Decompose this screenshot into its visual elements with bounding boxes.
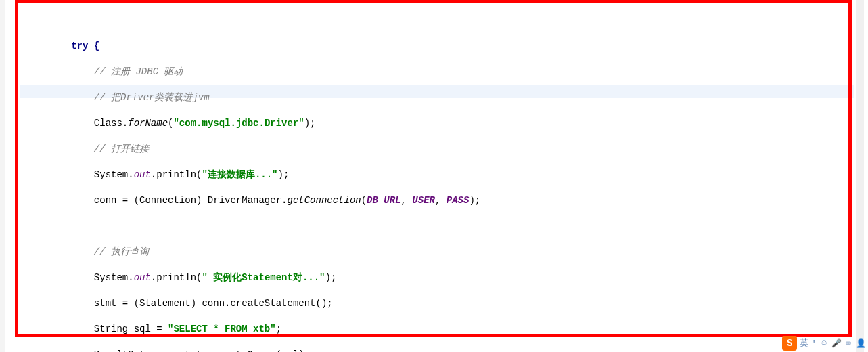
const: PASS	[447, 195, 470, 206]
sogou-logo-icon[interactable]: S	[782, 336, 797, 351]
code-text: String sql =	[94, 324, 168, 334]
code-text: ,	[401, 195, 413, 206]
code-text: );	[325, 272, 337, 283]
keyword-try: try {	[71, 41, 99, 51]
field-out: out	[134, 272, 151, 283]
comment: // 把Driver类装载进jvm	[94, 92, 210, 103]
code-text: );	[304, 118, 316, 129]
code-area[interactable]: try { // 注册 JDBC 驱动 // 把Driver类装载进jvm Cl…	[0, 0, 868, 352]
code-text: .println(	[151, 169, 202, 180]
field-out: out	[134, 169, 151, 180]
comment: // 注册 JDBC 驱动	[94, 66, 183, 77]
code-text: System.	[94, 272, 134, 283]
code-text: ,	[435, 195, 447, 206]
keyboard-icon[interactable]: ⌨	[844, 338, 853, 348]
code-editor[interactable]: try { // 注册 JDBC 驱动 // 把Driver类装载进jvm Cl…	[0, 0, 868, 352]
code-text: .println(	[151, 272, 202, 283]
string: "SELECT * FROM xtb"	[168, 324, 276, 334]
method: forName	[128, 118, 168, 129]
user-icon[interactable]: 👤	[856, 338, 865, 348]
mic-icon[interactable]: 🎤	[831, 338, 841, 348]
code-text: );	[469, 195, 480, 206]
string: "com.mysql.jdbc.Driver"	[173, 118, 304, 129]
code-text: conn = (Connection) DriverManager.	[94, 195, 288, 206]
code-text: System.	[94, 169, 134, 180]
comment: // 打开链接	[94, 144, 149, 154]
ime-lang-label[interactable]: 英	[800, 337, 808, 349]
code-text: );	[278, 169, 290, 180]
const: USER	[412, 195, 435, 206]
comment: // 执行查询	[94, 246, 149, 257]
ime-punct-label[interactable]: '	[811, 338, 817, 349]
string: "连接数据库..."	[202, 169, 277, 180]
text-cursor	[26, 221, 26, 232]
smiley-icon[interactable]: ☺	[819, 338, 829, 348]
code-text: stmt = (Statement) conn.createStatement(…	[94, 298, 333, 309]
method: getConnection	[287, 195, 361, 206]
const: DB_URL	[367, 195, 401, 206]
code-text: Class.	[94, 118, 128, 129]
string: " 实例化Statement对..."	[202, 272, 325, 283]
code-text: ResultSet rs = stmt.executeQuery(sql);	[94, 349, 310, 352]
ime-toolbar[interactable]: S 英 ' ☺ 🎤 ⌨ 👤	[779, 334, 868, 352]
